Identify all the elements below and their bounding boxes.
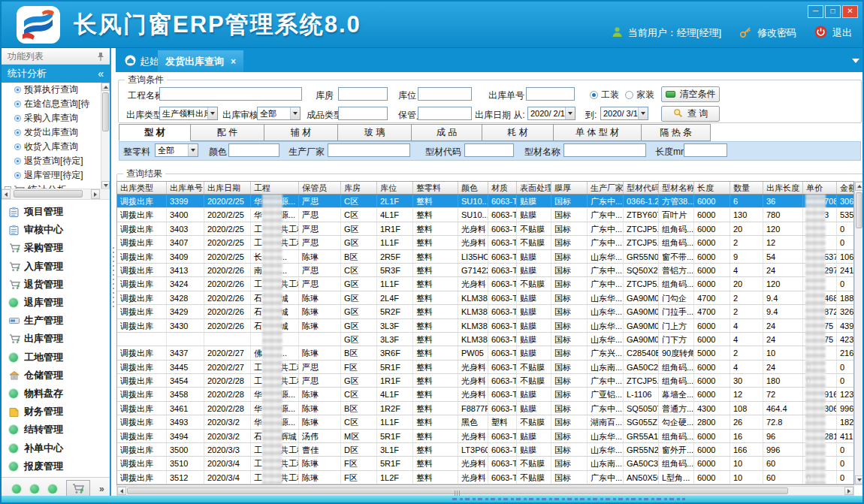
manufacturer-input[interactable] (328, 143, 410, 157)
grid-scroll-down-icon[interactable] (855, 475, 863, 484)
column-header-长度[interactable]: 长度 (694, 182, 730, 194)
table-row[interactable]: 调拨出库35122020/3/4工共工程陈琳F区1L2F整料光身料6063-T5… (117, 471, 853, 484)
table-row[interactable]: 调拨出库34132020/2/26南...严思C区5R3F整料G71422606… (117, 264, 853, 277)
table-row[interactable]: 调拨出库34002020/2/25华源...严思C区4L1F整料SU10...6… (117, 208, 853, 222)
location-input[interactable] (418, 87, 472, 101)
table-row[interactable]: 调拨出库35102020/3/4工共工程陈琳F区5R1F整料光身料6063-T5… (117, 457, 853, 470)
tab-outbound-query[interactable]: 发货出库查询 × (158, 50, 243, 72)
material-tab-辅材[interactable]: 辅 材 (264, 124, 338, 141)
tree-item-收货入库查询[interactable]: 收货入库查询 (2, 140, 110, 154)
date-to-picker[interactable]: 2020/ 3/16 (600, 107, 648, 120)
sidebar-item-物料盘存[interactable]: 物料盘存 (2, 385, 110, 403)
warehouse-input[interactable] (338, 87, 388, 101)
tree-scroll-up-icon[interactable] (101, 83, 110, 91)
column-header-出库日期[interactable]: 出库日期 (204, 182, 251, 194)
column-header-生产厂家[interactable]: 生产厂家 (588, 182, 624, 194)
material-tab-配件[interactable]: 配 件 (191, 124, 264, 141)
column-header-材质[interactable]: 材质 (488, 182, 517, 194)
sidebar-item-项目管理[interactable]: 项目管理 (2, 203, 110, 221)
project-name-input[interactable] (159, 87, 302, 101)
dropdown-arrow-icon[interactable] (290, 107, 300, 119)
table-row[interactable]: 调拨出库34582020/2/28华源...陈琳C区4L1F整料光身料6063-… (117, 388, 853, 401)
sidebar-item-报废管理[interactable]: 报废管理 (2, 457, 110, 475)
table-row[interactable]: 调拨出库34372020/2/27佛...陈琳B区3R6F整料PW056063-… (117, 346, 853, 360)
table-row[interactable]: 调拨出库34072020/2/25工共工程严思G区1L1F整料光身料6063-T… (117, 236, 853, 249)
material-tab-玻璃[interactable]: 玻 璃 (338, 124, 412, 141)
column-header-金额[interactable]: 金额 (837, 182, 854, 194)
audit-combo[interactable]: 全部 (257, 107, 301, 120)
material-tab-耗材[interactable]: 耗 材 (482, 124, 554, 141)
sidebar-item-财务管理[interactable]: 财务管理 (2, 403, 110, 421)
material-tab-隔热条[interactable]: 隔 热 条 (642, 124, 711, 141)
table-row[interactable]: 调拨出库34292020/2/26石城陈琳G区5R2F整料KLM38176063… (117, 305, 853, 318)
table-row[interactable]: 调拨出库34932020/3/2华源...陈琳C区1L1F整料黑色塑料不贴膜国标… (117, 415, 853, 429)
order-no-input[interactable] (526, 87, 575, 101)
dropdown-arrow-icon[interactable] (565, 107, 575, 119)
color-input[interactable] (228, 143, 279, 157)
tree-item-发货出库查询[interactable]: 发货出库查询 (2, 125, 110, 140)
sidebar-item-退货管理[interactable]: 退货管理 (2, 276, 110, 294)
collapse-icon[interactable]: « (98, 65, 104, 83)
table-row[interactable]: 调拨出库34282020/2/26石城陈琳G区2L4F整料KLM38176063… (117, 291, 853, 305)
table-row[interactable]: 调拨出库34242020/2/26工共工程严思G区1L1F整料光身料6063-T… (117, 277, 853, 291)
close-button[interactable]: ✕ (842, 5, 858, 18)
tree-horizontal-scrollbar[interactable] (2, 189, 110, 200)
length-input[interactable] (684, 143, 727, 157)
grid-vertical-scrollbar[interactable] (854, 181, 864, 485)
material-tab-型材[interactable]: 型 材 (119, 124, 191, 141)
column-header-出库长度[interactable]: 出库长度 (763, 182, 803, 194)
column-header-库位[interactable]: 库位 (377, 182, 413, 194)
radio-workwear[interactable]: 工装 (590, 89, 619, 101)
grid-horizontal-scrollbar[interactable] (116, 486, 854, 496)
profile-name-input[interactable] (563, 143, 646, 157)
grid-scroll-up-icon[interactable] (855, 182, 863, 191)
material-tab-单体型材[interactable]: 单 体 型 材 (554, 124, 642, 141)
dropdown-arrow-icon[interactable] (188, 144, 198, 156)
outbound-type-combo[interactable]: 生产领料出库 (159, 107, 218, 120)
module-dot-icon[interactable] (30, 484, 39, 493)
tree-hscroll-thumb[interactable] (14, 190, 83, 198)
column-header-膜厚[interactable]: 膜厚 (551, 182, 588, 194)
date-from-picker[interactable]: 2020/ 2/16 (527, 107, 575, 120)
column-header-型材代码[interactable]: 型材代码 (624, 182, 659, 194)
column-header-保管员[interactable]: 保管员 (299, 182, 341, 194)
table-row[interactable]: 调拨出库34032020/2/25工共工程严思G区1R1F整料光身料6063-T… (117, 222, 853, 236)
tree-scroll-thumb[interactable] (102, 92, 109, 131)
table-row[interactable]: 调拨出库34302020/2/26石城陈琳G区3L3F整料KLM38176063… (117, 319, 853, 333)
table-row[interactable]: 调拨出库34942020/3/2石辉城汤伟M区5R1F整料光身料6063-T5贴… (117, 430, 853, 443)
table-row[interactable]: 调拨出库34542020/2/28工共工程严思G区1R1F整料光身料6063-T… (117, 374, 853, 388)
tree-item-预算执行查询[interactable]: 预算执行查询 (2, 83, 110, 97)
sidebar-item-审核中心[interactable]: 审核中心 (2, 221, 110, 239)
module-dot-icon[interactable] (12, 484, 21, 493)
tab-close-icon[interactable]: × (231, 56, 236, 67)
table-row[interactable]: 调拨出库34452020/2/27工共工程严思F区5R1F整料光身料6063-T… (117, 361, 853, 374)
tree-scroll-left-icon[interactable] (2, 189, 11, 199)
tree-item-在途信息查询[待[interactable]: 在途信息查询[待 (2, 97, 110, 111)
module-dot-icon[interactable] (48, 484, 57, 493)
table-row[interactable]: 调拨出库35002020/3/3工共工程曹佳D区3L1F整料LT3P606063… (117, 443, 853, 457)
keeper-input[interactable] (418, 107, 472, 120)
sidebar-item-退库管理[interactable]: 退库管理 (2, 294, 110, 312)
column-header-出库类型[interactable]: 出库类型 (117, 182, 167, 194)
more-modules-chevron[interactable]: » (99, 484, 104, 494)
pin-icon[interactable] (97, 52, 104, 62)
table-row[interactable]: 调拨出库34612020/2/28华源...陈琳B区1R2F整料F8877FT6… (117, 402, 853, 415)
search-button[interactable]: 查 询 (661, 106, 720, 122)
tree-scroll-down-icon[interactable] (101, 181, 110, 189)
column-header-出库单号[interactable]: 出库单号 (167, 182, 204, 194)
sidebar-item-采购管理[interactable]: 采购管理 (2, 239, 110, 257)
tree-item-采购入库查询[interactable]: 采购入库查询 (2, 111, 110, 125)
column-header-表面处理[interactable]: 表面处理 (517, 182, 551, 194)
grid-hscroll-thumb[interactable] (127, 487, 788, 494)
table-row[interactable]: 调拨出库34092020/2/25长...陈琳B区2R5F整料LI35HO606… (117, 250, 853, 264)
sidebar-item-出库管理[interactable]: 出库管理 (2, 330, 110, 348)
column-header-数量[interactable]: 数量 (730, 182, 763, 194)
column-header-整零料[interactable]: 整零料 (413, 182, 458, 194)
column-header-单价[interactable]: 单价 (803, 182, 837, 194)
table-row[interactable]: 调拨出库33992020/2/25华源...严思C区2L1F整料SU10...6… (117, 195, 853, 208)
sidebar-item-仓储管理[interactable]: 仓储管理 (2, 367, 110, 385)
change-password-link[interactable]: 修改密码 (757, 26, 796, 40)
material-tab-成品[interactable]: 成 品 (412, 124, 482, 141)
sidebar-item-工地管理[interactable]: 工地管理 (2, 349, 110, 367)
part-type-combo[interactable]: 全部 (155, 143, 198, 157)
